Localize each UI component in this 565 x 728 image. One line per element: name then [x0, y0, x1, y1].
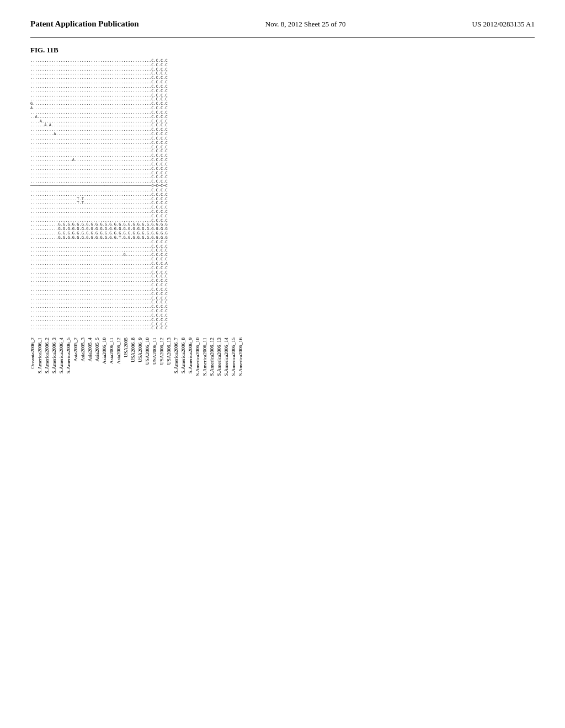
header-center: Nov. 8, 2012 Sheet 25 of 70	[265, 20, 346, 29]
page: Patent Application PublicationNov. 8, 20…	[0, 0, 565, 728]
main-content: ........................................…	[30, 59, 535, 376]
alignment-section: ........................................…	[30, 59, 535, 331]
figure-label: FIG. 11B	[30, 46, 535, 55]
header-divider	[30, 37, 535, 38]
header: Patent Application PublicationNov. 8, 20…	[30, 19, 535, 29]
alignment-visualization: ........................................…	[30, 59, 535, 331]
sequence-labels-section: Oceania2006_2S.America2006_1S.America200…	[30, 338, 535, 376]
publication-title: Patent Application Publication	[30, 19, 139, 29]
seq-label-29: S.America2006_16	[238, 338, 246, 376]
patent-number: US 2012/0283135 A1	[472, 20, 535, 29]
